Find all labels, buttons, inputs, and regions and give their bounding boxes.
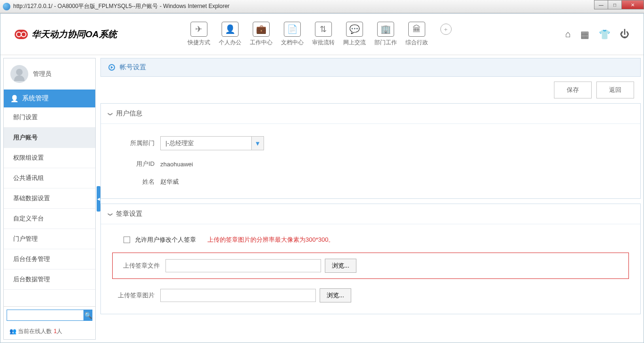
menu-permission-group[interactable]: 权限组设置 <box>4 148 95 168</box>
row-upload-image: 上传签章图片 浏览... <box>112 285 629 306</box>
online-prefix: 当前在线人数 <box>18 328 53 335</box>
browse-image-button[interactable]: 浏览... <box>320 288 351 302</box>
search-button[interactable]: 🔍 <box>84 310 92 321</box>
window-controls: — □ ✕ <box>594 0 644 9</box>
sidebar: 管理员 系统管理 部门设置 用户账号 权限组设置 公共通讯组 基础数据设置 自定… <box>3 58 96 340</box>
main-content: 帐号设置 保存 返回 用户信息 所属部门 |-总经理室 ▼ <box>100 58 641 340</box>
user-name: 管理员 <box>33 70 51 78</box>
breadcrumb: 帐号设置 <box>100 58 641 77</box>
browser-titlebar: http://127.0.0.1/ - OA8000平台版_FPLMYSQL5-… <box>0 0 644 13</box>
search-input[interactable] <box>7 310 84 321</box>
logo: 华天动力协同OA系统 <box>15 28 117 41</box>
power-icon[interactable]: ⏻ <box>620 29 629 40</box>
panel-user-info: 用户信息 所属部门 |-总经理室 ▼ 用户ID zhaohuawei <box>100 103 641 199</box>
menu-backend-tasks[interactable]: 后台任务管理 <box>4 249 95 270</box>
menu-basic-data[interactable]: 基础数据设置 <box>4 188 95 209</box>
panel-sign-title[interactable]: 签章设置 <box>101 204 640 224</box>
value-userid: zhaohuawei <box>160 161 193 168</box>
header-right: ⌂ ▦ 👕 ⏻ <box>565 29 629 40</box>
browse-file-button[interactable]: 浏览... <box>325 259 356 273</box>
online-suffix: 人 <box>57 328 62 335</box>
menu-backend-data[interactable]: 后台数据管理 <box>4 270 95 290</box>
user-block: 管理员 <box>4 58 95 90</box>
label-dept: 所属部门 <box>112 139 155 147</box>
nav-communicate[interactable]: 💬网上交流 <box>343 22 366 47</box>
nav-approval[interactable]: ⇅审批流转 <box>312 22 335 47</box>
user-icon: 👤 <box>222 22 239 37</box>
menu-custom-platform[interactable]: 自定义平台 <box>4 209 95 229</box>
logo-text: 华天动力协同OA系统 <box>32 28 117 41</box>
label-upload-file: 上传签章文件 <box>117 261 160 270</box>
breadcrumb-text: 帐号设置 <box>120 63 146 72</box>
app-body: 管理员 系统管理 部门设置 用户账号 权限组设置 公共通讯组 基础数据设置 自定… <box>0 55 644 343</box>
allow-modify-checkbox[interactable] <box>124 237 130 243</box>
label-upload-image: 上传签章图片 <box>112 291 155 300</box>
menu-dept-settings[interactable]: 部门设置 <box>4 107 95 128</box>
title-text: http://127.0.0.1/ - OA8000平台版_FPLMYSQL5-… <box>13 2 230 10</box>
checkbox-label: 允许用户修改个人签章 <box>135 236 196 244</box>
dept-dropdown[interactable]: |-总经理室 ▼ <box>160 136 264 150</box>
minimize-button[interactable]: — <box>594 0 608 9</box>
chat-icon: 💬 <box>346 22 363 37</box>
panel-sign-body: 允许用户修改个人签章 上传的签章图片的分辨率最大像素为300*300。 上传签章… <box>101 224 640 314</box>
online-info[interactable]: 👥 当前在线人数 1人 <box>4 324 95 339</box>
row-allow-modify: 允许用户修改个人签章 上传的签章图片的分辨率最大像素为300*300。 <box>112 232 629 250</box>
nav-admin[interactable]: 🏛综合行政 <box>405 22 428 47</box>
document-icon: 📄 <box>284 22 301 37</box>
sidebar-collapse-handle[interactable]: ◀ <box>97 186 100 212</box>
app-header: 华天动力协同OA系统 ✈快捷方式 👤个人办公 💼工作中心 📄文档中心 ⇅审批流转… <box>0 14 644 55</box>
dept-selected: |-总经理室 <box>161 137 251 150</box>
building-icon: 🏢 <box>377 22 394 37</box>
theme-icon[interactable]: 👕 <box>599 29 611 40</box>
row-upload-file: 上传签章文件 浏览... <box>112 253 629 279</box>
nav-doccenter[interactable]: 📄文档中心 <box>281 22 304 47</box>
nav-personal[interactable]: 👤个人办公 <box>219 22 241 47</box>
maximize-button[interactable]: □ <box>608 0 622 9</box>
row-name: 姓名 赵华威 <box>112 173 629 191</box>
logo-icon <box>15 30 28 39</box>
save-button[interactable]: 保存 <box>554 82 592 98</box>
send-icon: ✈ <box>190 22 207 37</box>
upload-file-input[interactable] <box>165 259 321 272</box>
flow-icon: ⇅ <box>315 22 332 37</box>
nav-shortcut[interactable]: ✈快捷方式 <box>188 22 210 47</box>
menu-user-account[interactable]: 用户账号 <box>4 128 95 148</box>
chevron-down-icon: ▼ <box>251 137 264 150</box>
menu-portal[interactable]: 门户管理 <box>4 229 95 249</box>
avatar-icon <box>10 65 28 83</box>
search-row: 🔍 <box>4 307 95 324</box>
breadcrumb-icon <box>108 64 115 71</box>
nav-department[interactable]: 🏢部门工作 <box>374 22 397 47</box>
home-icon[interactable]: ⌂ <box>565 29 571 40</box>
row-userid: 用户ID zhaohuawei <box>112 155 629 173</box>
bank-icon: 🏛 <box>408 22 425 37</box>
label-userid: 用户ID <box>112 160 155 168</box>
nav-workcenter[interactable]: 💼工作中心 <box>250 22 272 47</box>
apps-icon[interactable]: ▦ <box>580 29 589 40</box>
panel-user-title[interactable]: 用户信息 <box>101 104 640 124</box>
main-nav: ✈快捷方式 👤个人办公 💼工作中心 📄文档中心 ⇅审批流转 💬网上交流 🏢部门工… <box>188 22 452 47</box>
sidebar-bottom: 🔍 👥 当前在线人数 1人 <box>4 306 95 339</box>
value-name: 赵华威 <box>160 178 179 186</box>
ie-icon <box>3 3 10 10</box>
menu-list: 部门设置 用户账号 权限组设置 公共通讯组 基础数据设置 自定义平台 门户管理 … <box>4 107 95 306</box>
action-bar: 保存 返回 <box>100 82 641 103</box>
panel-user-body: 所属部门 |-总经理室 ▼ 用户ID zhaohuawei 姓名 赵华威 <box>101 124 640 198</box>
category-label: 系统管理 <box>22 94 49 103</box>
back-button[interactable]: 返回 <box>596 82 634 98</box>
label-name: 姓名 <box>112 178 155 186</box>
window-title: http://127.0.0.1/ - OA8000平台版_FPLMYSQL5-… <box>3 2 641 10</box>
nav-add-button[interactable]: + <box>440 24 452 35</box>
close-button[interactable]: ✕ <box>621 0 644 9</box>
warn-text: 上传的签章图片的分辨率最大像素为300*300。 <box>207 236 334 244</box>
row-dept: 所属部门 |-总经理室 ▼ <box>112 131 629 155</box>
app-frame: 华天动力协同OA系统 ✈快捷方式 👤个人办公 💼工作中心 📄文档中心 ⇅审批流转… <box>0 13 644 343</box>
upload-image-input[interactable] <box>160 289 316 302</box>
briefcase-icon: 💼 <box>253 22 270 37</box>
menu-public-contacts[interactable]: 公共通讯组 <box>4 168 95 188</box>
sidebar-category[interactable]: 系统管理 <box>4 90 95 107</box>
panel-sign-settings: 签章设置 允许用户修改个人签章 上传的签章图片的分辨率最大像素为300*300。… <box>100 204 641 314</box>
